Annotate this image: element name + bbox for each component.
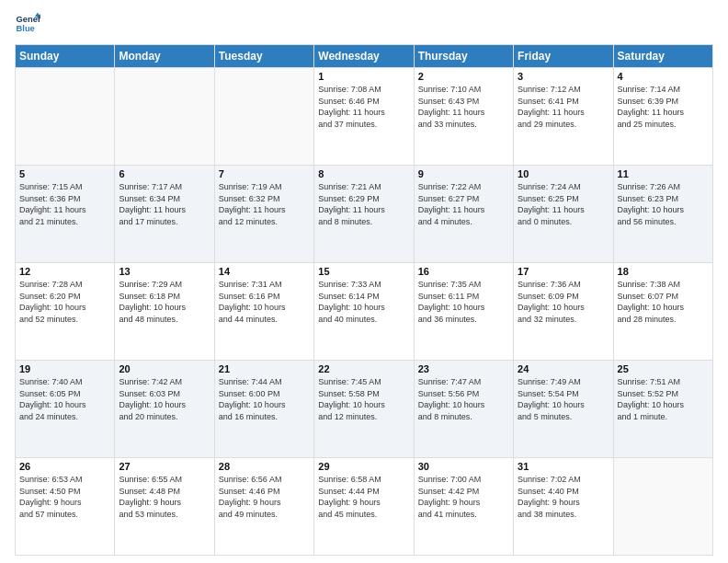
day-number: 24 — [518, 363, 609, 374]
day-info: Sunrise: 7:10 AM Sunset: 6:43 PM Dayligh… — [418, 84, 509, 130]
calendar-cell — [16, 68, 115, 166]
weekday-header-friday: Friday — [514, 45, 613, 68]
calendar-cell: 7Sunrise: 7:19 AM Sunset: 6:32 PM Daylig… — [214, 166, 313, 263]
day-info: Sunrise: 7:40 AM Sunset: 6:05 PM Dayligh… — [19, 376, 110, 422]
day-number: 9 — [418, 168, 509, 179]
day-number: 4 — [618, 71, 709, 82]
day-info: Sunrise: 7:44 AM Sunset: 6:00 PM Dayligh… — [219, 376, 310, 422]
day-info: Sunrise: 7:22 AM Sunset: 6:27 PM Dayligh… — [418, 181, 509, 227]
calendar-cell: 17Sunrise: 7:36 AM Sunset: 6:09 PM Dayli… — [514, 263, 613, 361]
calendar-cell: 30Sunrise: 7:00 AM Sunset: 4:42 PM Dayli… — [414, 458, 513, 556]
week-row-4: 19Sunrise: 7:40 AM Sunset: 6:05 PM Dayli… — [16, 361, 713, 458]
day-number: 23 — [418, 363, 509, 374]
day-number: 18 — [618, 266, 709, 277]
day-number: 8 — [318, 168, 409, 179]
day-info: Sunrise: 7:35 AM Sunset: 6:11 PM Dayligh… — [418, 279, 509, 325]
day-info: Sunrise: 7:28 AM Sunset: 6:20 PM Dayligh… — [19, 279, 110, 325]
calendar-cell: 21Sunrise: 7:44 AM Sunset: 6:00 PM Dayli… — [214, 361, 313, 458]
day-number: 25 — [618, 363, 709, 374]
calendar-cell: 22Sunrise: 7:45 AM Sunset: 5:58 PM Dayli… — [314, 361, 414, 458]
day-number: 2 — [418, 71, 509, 82]
day-info: Sunrise: 7:51 AM Sunset: 5:52 PM Dayligh… — [618, 376, 709, 422]
calendar-cell: 27Sunrise: 6:55 AM Sunset: 4:48 PM Dayli… — [115, 458, 214, 556]
calendar-cell: 14Sunrise: 7:31 AM Sunset: 6:16 PM Dayli… — [214, 263, 313, 361]
calendar-cell: 1Sunrise: 7:08 AM Sunset: 6:46 PM Daylig… — [314, 68, 414, 166]
day-number: 11 — [618, 168, 709, 179]
calendar-cell: 25Sunrise: 7:51 AM Sunset: 5:52 PM Dayli… — [613, 361, 712, 458]
day-number: 27 — [119, 461, 210, 472]
day-info: Sunrise: 6:56 AM Sunset: 4:46 PM Dayligh… — [219, 474, 310, 520]
day-number: 22 — [318, 363, 409, 374]
day-number: 3 — [518, 71, 609, 82]
day-number: 19 — [19, 363, 110, 374]
calendar-cell: 19Sunrise: 7:40 AM Sunset: 6:05 PM Dayli… — [16, 361, 115, 458]
weekday-header-thursday: Thursday — [414, 45, 513, 68]
weekday-header-monday: Monday — [115, 45, 214, 68]
calendar-cell: 29Sunrise: 6:58 AM Sunset: 4:44 PM Dayli… — [314, 458, 414, 556]
day-number: 13 — [119, 266, 210, 277]
svg-text:Blue: Blue — [17, 24, 35, 33]
day-number: 16 — [418, 266, 509, 277]
weekday-header-sunday: Sunday — [16, 45, 115, 68]
day-info: Sunrise: 7:12 AM Sunset: 6:41 PM Dayligh… — [518, 84, 609, 130]
weekday-header-tuesday: Tuesday — [214, 45, 313, 68]
day-number: 31 — [518, 461, 609, 472]
calendar-cell — [115, 68, 214, 166]
logo-icon: General Blue — [15, 11, 40, 37]
calendar-cell: 10Sunrise: 7:24 AM Sunset: 6:25 PM Dayli… — [514, 166, 613, 263]
day-info: Sunrise: 7:24 AM Sunset: 6:25 PM Dayligh… — [518, 181, 609, 227]
day-info: Sunrise: 7:42 AM Sunset: 6:03 PM Dayligh… — [119, 376, 210, 422]
day-info: Sunrise: 7:00 AM Sunset: 4:42 PM Dayligh… — [418, 474, 509, 520]
day-number: 1 — [318, 71, 409, 82]
calendar-cell: 9Sunrise: 7:22 AM Sunset: 6:27 PM Daylig… — [414, 166, 513, 263]
day-info: Sunrise: 6:53 AM Sunset: 4:50 PM Dayligh… — [19, 474, 110, 520]
day-info: Sunrise: 7:17 AM Sunset: 6:34 PM Dayligh… — [119, 181, 210, 227]
page-header: General Blue — [15, 11, 713, 37]
calendar-cell: 8Sunrise: 7:21 AM Sunset: 6:29 PM Daylig… — [314, 166, 414, 263]
day-number: 7 — [219, 168, 310, 179]
calendar-cell: 31Sunrise: 7:02 AM Sunset: 4:40 PM Dayli… — [514, 458, 613, 556]
calendar-cell: 12Sunrise: 7:28 AM Sunset: 6:20 PM Dayli… — [16, 263, 115, 361]
day-info: Sunrise: 7:15 AM Sunset: 6:36 PM Dayligh… — [19, 181, 110, 227]
calendar-cell: 24Sunrise: 7:49 AM Sunset: 5:54 PM Dayli… — [514, 361, 613, 458]
calendar-cell: 3Sunrise: 7:12 AM Sunset: 6:41 PM Daylig… — [514, 68, 613, 166]
day-number: 15 — [318, 266, 409, 277]
day-info: Sunrise: 7:49 AM Sunset: 5:54 PM Dayligh… — [518, 376, 609, 422]
calendar-cell — [214, 68, 313, 166]
week-row-5: 26Sunrise: 6:53 AM Sunset: 4:50 PM Dayli… — [16, 458, 713, 556]
day-info: Sunrise: 7:36 AM Sunset: 6:09 PM Dayligh… — [518, 279, 609, 325]
day-info: Sunrise: 7:47 AM Sunset: 5:56 PM Dayligh… — [418, 376, 509, 422]
day-info: Sunrise: 7:08 AM Sunset: 6:46 PM Dayligh… — [318, 84, 409, 130]
day-info: Sunrise: 7:02 AM Sunset: 4:40 PM Dayligh… — [518, 474, 609, 520]
day-number: 14 — [219, 266, 310, 277]
calendar-cell — [613, 458, 712, 556]
day-info: Sunrise: 6:58 AM Sunset: 4:44 PM Dayligh… — [318, 474, 409, 520]
calendar-cell: 26Sunrise: 6:53 AM Sunset: 4:50 PM Dayli… — [16, 458, 115, 556]
day-number: 21 — [219, 363, 310, 374]
day-info: Sunrise: 7:45 AM Sunset: 5:58 PM Dayligh… — [318, 376, 409, 422]
day-number: 10 — [518, 168, 609, 179]
day-number: 6 — [119, 168, 210, 179]
day-number: 29 — [318, 461, 409, 472]
calendar-cell: 6Sunrise: 7:17 AM Sunset: 6:34 PM Daylig… — [115, 166, 214, 263]
day-info: Sunrise: 7:38 AM Sunset: 6:07 PM Dayligh… — [618, 279, 709, 325]
calendar-cell: 5Sunrise: 7:15 AM Sunset: 6:36 PM Daylig… — [16, 166, 115, 263]
day-info: Sunrise: 7:21 AM Sunset: 6:29 PM Dayligh… — [318, 181, 409, 227]
calendar-cell: 28Sunrise: 6:56 AM Sunset: 4:46 PM Dayli… — [214, 458, 313, 556]
calendar-cell: 15Sunrise: 7:33 AM Sunset: 6:14 PM Dayli… — [314, 263, 414, 361]
weekday-header-wednesday: Wednesday — [314, 45, 414, 68]
day-info: Sunrise: 6:55 AM Sunset: 4:48 PM Dayligh… — [119, 474, 210, 520]
week-row-2: 5Sunrise: 7:15 AM Sunset: 6:36 PM Daylig… — [16, 166, 713, 263]
day-number: 5 — [19, 168, 110, 179]
calendar-table: SundayMondayTuesdayWednesdayThursdayFrid… — [15, 44, 713, 556]
calendar-cell: 4Sunrise: 7:14 AM Sunset: 6:39 PM Daylig… — [613, 68, 712, 166]
day-info: Sunrise: 7:26 AM Sunset: 6:23 PM Dayligh… — [618, 181, 709, 227]
day-info: Sunrise: 7:33 AM Sunset: 6:14 PM Dayligh… — [318, 279, 409, 325]
day-info: Sunrise: 7:19 AM Sunset: 6:32 PM Dayligh… — [219, 181, 310, 227]
calendar-cell: 23Sunrise: 7:47 AM Sunset: 5:56 PM Dayli… — [414, 361, 513, 458]
week-row-3: 12Sunrise: 7:28 AM Sunset: 6:20 PM Dayli… — [16, 263, 713, 361]
calendar-cell: 11Sunrise: 7:26 AM Sunset: 6:23 PM Dayli… — [613, 166, 712, 263]
day-number: 17 — [518, 266, 609, 277]
day-number: 20 — [119, 363, 210, 374]
calendar-cell: 18Sunrise: 7:38 AM Sunset: 6:07 PM Dayli… — [613, 263, 712, 361]
